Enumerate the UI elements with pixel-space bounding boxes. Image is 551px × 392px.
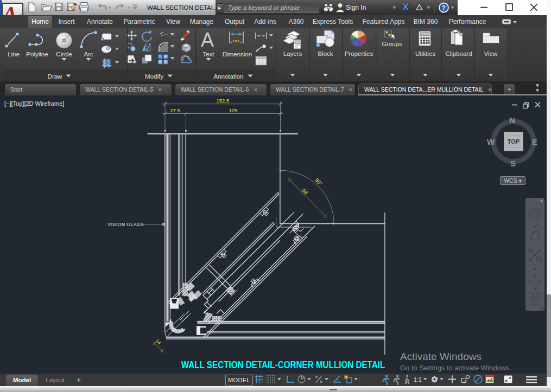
svg-text:Annotation: Annotation bbox=[214, 73, 244, 80]
svg-text:Line: Line bbox=[8, 51, 20, 57]
svg-text:Properties: Properties bbox=[345, 50, 373, 57]
svg-text:Draw: Draw bbox=[48, 73, 63, 80]
svg-text:Layers: Layers bbox=[283, 50, 302, 57]
svg-text:Groups: Groups bbox=[382, 41, 402, 47]
svg-text:Utilities: Utilities bbox=[415, 50, 435, 57]
svg-text:Circle: Circle bbox=[56, 51, 72, 57]
svg-text:68: 68 bbox=[301, 187, 309, 195]
svg-text:90°: 90° bbox=[314, 177, 324, 187]
svg-text:Text: Text bbox=[202, 51, 214, 57]
svg-text:Block: Block bbox=[318, 50, 333, 57]
svg-text:27.5: 27.5 bbox=[170, 107, 180, 113]
svg-text:125: 125 bbox=[229, 107, 238, 113]
svg-text:Polyline: Polyline bbox=[26, 51, 48, 57]
svg-text:152.5: 152.5 bbox=[216, 98, 229, 104]
svg-text:Dimension: Dimension bbox=[223, 51, 252, 57]
svg-text:Arc: Arc bbox=[84, 51, 93, 57]
svg-text:?: ? bbox=[442, 4, 446, 12]
svg-text:A: A bbox=[201, 29, 214, 51]
svg-text:VISION GLASS: VISION GLASS bbox=[108, 222, 144, 227]
svg-text:View: View bbox=[484, 50, 498, 57]
svg-text:Modify: Modify bbox=[145, 73, 163, 80]
svg-text:Clipboard: Clipboard bbox=[445, 50, 472, 57]
svg-text:1:1: 1:1 bbox=[414, 376, 422, 383]
